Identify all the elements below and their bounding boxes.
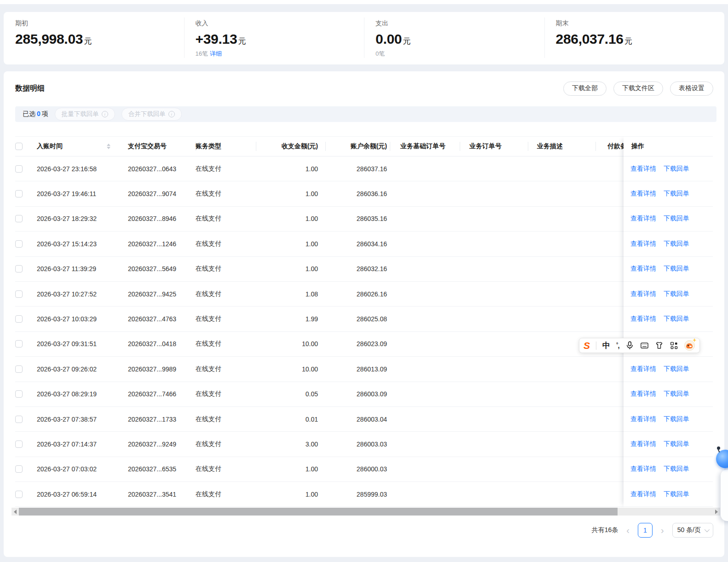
row-checkbox[interactable] xyxy=(15,390,23,398)
selected-suffix: 项 xyxy=(42,110,48,117)
view-detail-link[interactable]: 查看详情 xyxy=(630,265,656,273)
download-receipt-link[interactable]: 下载回单 xyxy=(664,290,689,298)
cell-amount: 10.00 xyxy=(256,340,326,348)
batch-download-button[interactable]: 批量下载回单i xyxy=(55,108,115,121)
income-detail-link[interactable]: 详细 xyxy=(210,50,222,57)
cell-txn-id: 20260327...0418 xyxy=(128,340,196,348)
summary-opening: 期初 285,998.03元 xyxy=(4,12,184,64)
row-checkbox[interactable] xyxy=(15,491,23,498)
view-detail-link[interactable]: 查看详情 xyxy=(630,165,656,173)
download-all-button[interactable]: 下载全部 xyxy=(563,81,607,96)
cell-amount: 1.00 xyxy=(256,491,326,498)
punctuation-icon[interactable]: °, xyxy=(616,342,619,349)
page-size-select[interactable]: 50 条/页 xyxy=(672,523,713,538)
cell-amount: 1.00 xyxy=(256,240,326,248)
summary-sub: 0笔 xyxy=(376,50,544,58)
view-detail-link[interactable]: 查看详情 xyxy=(630,465,656,473)
table-row: 2026-03-27 07:38:57 20260327...1733 在线支付… xyxy=(15,407,713,432)
actions-row: 查看详情 下载回单 xyxy=(624,282,713,307)
chinese-mode-icon[interactable]: 中 xyxy=(602,340,610,351)
summary-label: 期末 xyxy=(556,19,725,28)
cell-account-type: 在线支付 xyxy=(196,440,256,448)
horizontal-scrollbar[interactable] xyxy=(12,508,720,516)
download-receipt-link[interactable]: 下载回单 xyxy=(664,214,689,223)
selected-count-text: 已选0项 xyxy=(23,110,48,118)
download-receipt-link[interactable]: 下载回单 xyxy=(664,240,689,248)
view-detail-link[interactable]: 查看详情 xyxy=(630,415,656,423)
row-checkbox[interactable] xyxy=(15,315,23,323)
header-order: 业务订单号 xyxy=(460,142,528,151)
emoji-assistant-icon[interactable] xyxy=(684,340,695,351)
header-description: 业务描述 xyxy=(528,142,596,151)
header-account-type: 账务类型 xyxy=(196,142,256,151)
row-checkbox[interactable] xyxy=(15,165,23,173)
actions-row: 查看详情 下载回单 xyxy=(624,482,713,507)
table-settings-button[interactable]: 表格设置 xyxy=(670,81,713,96)
summary-amount: +39.13 xyxy=(196,31,237,46)
keyboard-icon[interactable] xyxy=(640,341,649,350)
download-receipt-link[interactable]: 下载回单 xyxy=(664,315,689,323)
download-receipt-link[interactable]: 下载回单 xyxy=(664,190,689,198)
view-detail-link[interactable]: 查看详情 xyxy=(630,490,656,498)
row-checkbox[interactable] xyxy=(15,215,23,222)
cell-amount: 1.00 xyxy=(256,190,326,197)
cell-account-type: 在线支付 xyxy=(196,340,256,348)
download-receipt-link[interactable]: 下载回单 xyxy=(664,390,689,398)
view-detail-link[interactable]: 查看详情 xyxy=(630,390,656,398)
view-detail-link[interactable]: 查看详情 xyxy=(630,240,656,248)
skin-shirt-icon[interactable] xyxy=(655,341,664,350)
download-receipt-link[interactable]: 下载回单 xyxy=(664,440,689,448)
download-receipt-link[interactable]: 下载回单 xyxy=(664,465,689,473)
info-icon[interactable]: i xyxy=(168,111,175,117)
download-receipt-link[interactable]: 下载回单 xyxy=(664,365,689,373)
row-checkbox[interactable] xyxy=(15,190,23,197)
download-receipt-link[interactable]: 下载回单 xyxy=(664,490,689,498)
view-detail-link[interactable]: 查看详情 xyxy=(630,290,656,298)
prev-page-icon[interactable]: ‹ xyxy=(624,526,631,535)
cell-balance: 286034.16 xyxy=(326,240,390,248)
info-icon[interactable]: i xyxy=(102,111,108,117)
row-checkbox[interactable] xyxy=(15,340,23,348)
page-number-button[interactable]: 1 xyxy=(638,523,653,538)
sogou-logo-icon[interactable]: S xyxy=(584,341,590,350)
row-checkbox[interactable] xyxy=(15,465,23,473)
scrollbar-thumb[interactable] xyxy=(19,508,618,516)
header-time[interactable]: 入账时间 xyxy=(37,142,128,151)
view-detail-link[interactable]: 查看详情 xyxy=(630,190,656,198)
download-receipt-link[interactable]: 下载回单 xyxy=(664,415,689,423)
toolbox-grid-icon[interactable] xyxy=(670,341,678,350)
download-receipt-link[interactable]: 下载回单 xyxy=(664,265,689,273)
view-detail-link[interactable]: 查看详情 xyxy=(630,365,656,373)
cell-amount: 1.00 xyxy=(256,215,326,222)
scroll-right-arrow-icon[interactable] xyxy=(715,510,718,514)
next-page-icon[interactable]: › xyxy=(659,526,666,535)
row-checkbox[interactable] xyxy=(15,365,23,373)
view-detail-link[interactable]: 查看详情 xyxy=(630,214,656,223)
sort-icon[interactable] xyxy=(107,144,110,149)
ime-toolbar[interactable]: S 中 °, xyxy=(579,338,700,353)
row-checkbox[interactable] xyxy=(15,290,23,298)
actions-row: 查看详情 下载回单 xyxy=(624,457,713,482)
merge-download-button[interactable]: 合并下载回单i xyxy=(121,108,182,121)
select-all-checkbox[interactable] xyxy=(15,143,23,150)
header-balance: 账户余额(元) xyxy=(326,142,390,151)
view-detail-link[interactable]: 查看详情 xyxy=(630,315,656,323)
row-checkbox[interactable] xyxy=(15,265,23,272)
microphone-icon[interactable] xyxy=(625,341,634,350)
assistant-card[interactable] xyxy=(721,469,728,521)
view-detail-link[interactable]: 查看详情 xyxy=(630,440,656,448)
download-receipt-link[interactable]: 下载回单 xyxy=(664,165,689,173)
cell-txn-id: 20260327...0643 xyxy=(128,165,196,173)
row-checkbox[interactable] xyxy=(15,416,23,423)
row-checkbox[interactable] xyxy=(15,440,23,448)
chevron-down-icon xyxy=(705,527,710,532)
assistant-robot-icon[interactable] xyxy=(716,450,728,468)
scroll-left-arrow-icon[interactable] xyxy=(14,510,17,514)
cell-time: 2026-03-27 08:29:19 xyxy=(37,390,128,398)
cell-account-type: 在线支付 xyxy=(196,240,256,248)
row-checkbox[interactable] xyxy=(15,240,23,248)
summary-expense: 支出 0.00元 0笔 xyxy=(364,12,544,64)
table-row: 2026-03-27 11:39:29 20260327...5649 在线支付… xyxy=(15,257,713,282)
download-zone-button[interactable]: 下载文件区 xyxy=(613,81,663,96)
cell-balance: 286037.16 xyxy=(326,165,390,173)
